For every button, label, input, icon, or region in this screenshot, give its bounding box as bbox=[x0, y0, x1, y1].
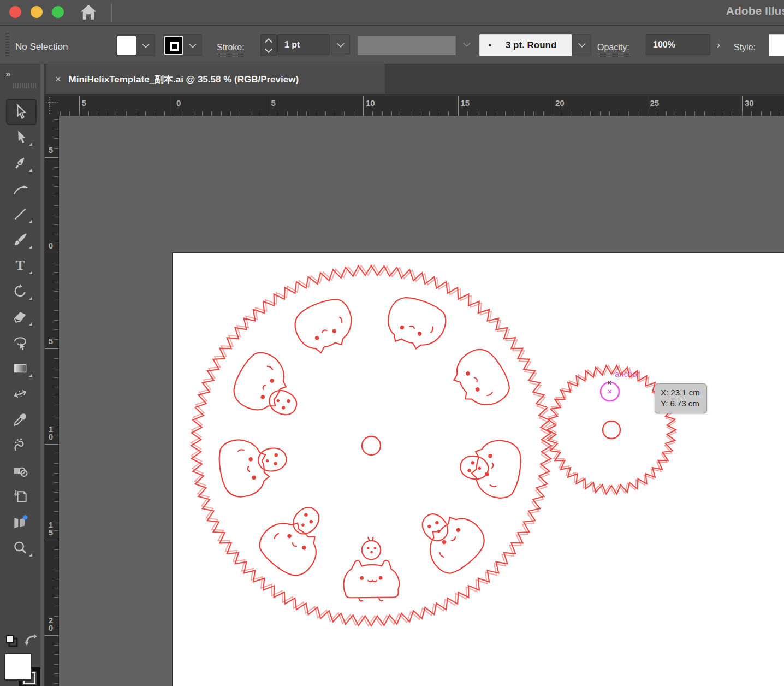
home-icon[interactable] bbox=[78, 2, 99, 23]
document-tab[interactable]: × MiniHelixTemplate_副本.ai @ 35.58 % (RGB… bbox=[46, 64, 385, 94]
ruler-origin-corner[interactable] bbox=[45, 96, 59, 116]
opacity-more-button[interactable]: › bbox=[710, 34, 727, 55]
ruler-corner-dotted-h bbox=[46, 102, 58, 103]
toolbar-grip[interactable] bbox=[13, 83, 37, 88]
symbols-tool[interactable] bbox=[0, 458, 40, 483]
type-tool[interactable]: T bbox=[0, 252, 40, 278]
pen-tool[interactable] bbox=[0, 150, 40, 175]
toolbar-edge-strip bbox=[40, 64, 44, 686]
h-ruler-label: 25 bbox=[650, 98, 660, 108]
chevron-down-icon bbox=[578, 40, 586, 48]
paintbrush-tool[interactable] bbox=[0, 227, 40, 252]
eraser-tool[interactable] bbox=[0, 304, 40, 329]
fill-color-control[interactable] bbox=[116, 34, 155, 56]
symbol-sprayer-tool[interactable] bbox=[0, 432, 40, 458]
perspective-grid-tool[interactable] bbox=[0, 509, 40, 535]
anchor-point-mark[interactable]: × bbox=[607, 379, 611, 387]
fill-dropdown-button[interactable] bbox=[136, 36, 155, 55]
stepper-down-icon[interactable] bbox=[265, 45, 272, 52]
selection-tool-icon bbox=[12, 103, 28, 120]
opacity-label[interactable]: Opacity: bbox=[597, 43, 629, 54]
v-ruler-label: 20 bbox=[47, 617, 54, 632]
h-ruler-label: 0 bbox=[176, 98, 181, 108]
h-ruler-label: 15 bbox=[461, 98, 470, 108]
toolbar-bottom-controls bbox=[0, 632, 40, 686]
v-ruler-label: 15 bbox=[47, 521, 54, 536]
line-segment-tool-icon bbox=[12, 206, 28, 222]
rotate-tool-icon bbox=[12, 283, 28, 299]
brush-definition-field[interactable]: • 3 pt. Round bbox=[479, 34, 572, 56]
artboard-tool[interactable] bbox=[0, 483, 40, 509]
gradient-tool[interactable] bbox=[0, 355, 40, 381]
h-ruler-label: 20 bbox=[555, 98, 565, 108]
panel-grip[interactable] bbox=[5, 33, 9, 56]
rotate-tool[interactable] bbox=[0, 278, 40, 304]
chevron-down-icon bbox=[337, 40, 345, 48]
toolbar-expand-button[interactable]: » bbox=[5, 69, 9, 80]
direct-selection-tool[interactable] bbox=[0, 124, 40, 150]
chevron-down-icon bbox=[142, 40, 150, 48]
width-tool-icon bbox=[12, 386, 28, 402]
stroke-weight-field[interactable]: 1 pt bbox=[277, 34, 330, 55]
fill-swatch-indicator[interactable] bbox=[4, 653, 32, 681]
chevron-down-icon bbox=[463, 39, 471, 47]
selection-tool[interactable] bbox=[0, 98, 40, 124]
anchor-x-mark: × bbox=[608, 387, 612, 396]
pen-tool-icon bbox=[12, 155, 28, 171]
brush-preview-dot: • bbox=[489, 41, 491, 50]
stroke-label[interactable]: Stroke: bbox=[217, 43, 245, 54]
ruler-corner-dotted-v bbox=[49, 97, 50, 115]
zoom-tool[interactable] bbox=[0, 535, 40, 560]
curvature-tool-icon bbox=[12, 180, 28, 197]
tooltip-y-value: Y: 6.73 cm bbox=[661, 398, 700, 409]
vertical-ruler: 505101520 bbox=[45, 116, 59, 686]
stepper-up-icon[interactable] bbox=[265, 38, 272, 45]
h-ruler-label: 5 bbox=[82, 98, 86, 108]
h-ruler-label: 30 bbox=[745, 98, 754, 108]
stroke-color-swatch[interactable] bbox=[164, 36, 183, 55]
fullscreen-window-button[interactable] bbox=[52, 6, 64, 18]
stroke-dropdown-button[interactable] bbox=[183, 36, 201, 55]
lasso-tool[interactable] bbox=[0, 329, 40, 355]
app-title: Adobe Illust bbox=[726, 4, 784, 17]
brush-definition-value: 3 pt. Round bbox=[506, 40, 556, 51]
canvas-pasteboard[interactable]: anchor ×× X: 23.1 cm Y: 6.73 cm bbox=[59, 116, 784, 686]
tool-list: T bbox=[0, 98, 40, 560]
lasso-tool-icon bbox=[12, 334, 28, 351]
titlebar-divider bbox=[111, 3, 112, 22]
gradient-tool-icon bbox=[12, 360, 28, 376]
v-ruler-label: 10 bbox=[47, 425, 54, 441]
style-label: Style: bbox=[734, 43, 756, 52]
close-window-button[interactable] bbox=[9, 6, 21, 18]
opacity-field[interactable]: 100% bbox=[646, 34, 710, 55]
minimize-window-button[interactable] bbox=[31, 6, 43, 18]
tab-close-icon[interactable]: × bbox=[55, 74, 61, 85]
swap-fill-stroke-icon[interactable] bbox=[24, 634, 38, 648]
direct-selection-tool-icon bbox=[12, 129, 28, 145]
brush-definition-dropdown[interactable] bbox=[572, 34, 591, 55]
chevron-down-icon bbox=[189, 40, 197, 48]
v-ruler-label: 0 bbox=[47, 242, 54, 250]
tooltip-x-value: X: 23.1 cm bbox=[661, 387, 700, 398]
eraser-tool-icon bbox=[12, 309, 28, 325]
stroke-weight-dropdown[interactable] bbox=[331, 34, 350, 55]
style-swatch[interactable] bbox=[769, 34, 784, 56]
tab-title: MiniHelixTemplate_副本.ai @ 35.58 % (RGB/P… bbox=[69, 73, 299, 86]
symbols-tool-icon bbox=[12, 463, 28, 479]
width-tool[interactable] bbox=[0, 381, 40, 406]
stroke-color-control[interactable] bbox=[163, 34, 202, 56]
eyedropper-tool[interactable] bbox=[0, 406, 40, 432]
horizontal-ruler: 5051015202530 bbox=[59, 96, 784, 116]
stroke-weight-stepper[interactable] bbox=[260, 34, 277, 56]
document-tab-bar: × MiniHelixTemplate_副本.ai @ 35.58 % (RGB… bbox=[45, 64, 784, 95]
toolbar-panel: » T bbox=[0, 64, 45, 686]
line-segment-tool[interactable] bbox=[0, 201, 40, 227]
curvature-tool[interactable] bbox=[0, 175, 40, 201]
eyedropper-tool-icon bbox=[12, 411, 28, 428]
selection-status: No Selection bbox=[15, 42, 68, 52]
type-tool-icon: T bbox=[12, 257, 28, 274]
default-fill-stroke-icon[interactable] bbox=[4, 634, 20, 649]
fill-color-swatch[interactable] bbox=[117, 36, 136, 55]
width-profile-dropdown-disabled bbox=[458, 34, 476, 54]
zoom-tool-icon bbox=[12, 540, 28, 556]
